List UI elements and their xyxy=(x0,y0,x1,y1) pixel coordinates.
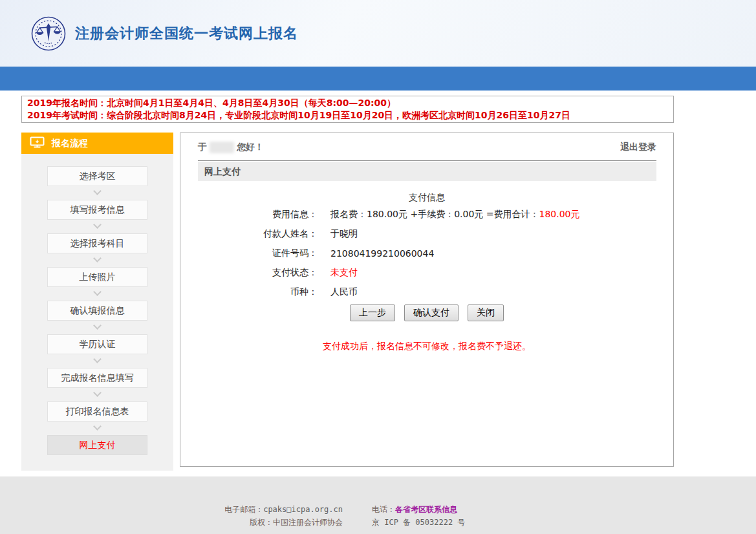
user-greeting: 于 您好！ xyxy=(198,142,264,153)
chevron-down-icon xyxy=(93,254,102,262)
payment-status-label: 支付状态： xyxy=(180,267,318,279)
no-refund-warning: 支付成功后，报名信息不可修改，报名费不予退还。 xyxy=(180,341,673,352)
previous-step-button[interactable]: 上一步 xyxy=(350,304,395,321)
sidebar-header: 报名流程 xyxy=(21,133,173,154)
page-title: 注册会计师全国统一考试网上报名 xyxy=(75,24,298,43)
greeting-prefix: 于 xyxy=(198,142,207,153)
email-value: cpaks□icpa.org.cn xyxy=(263,505,343,514)
step-arrow xyxy=(21,287,173,301)
copyright-value: 中国注册会计师协会 xyxy=(273,518,343,527)
id-number-label: 证件号码： xyxy=(180,248,318,259)
confirm-payment-button[interactable]: 确认支付 xyxy=(404,304,459,321)
masked-username xyxy=(210,142,234,153)
payer-name-value: 于晓明 xyxy=(330,228,358,240)
chevron-down-icon xyxy=(93,220,102,229)
step-arrow xyxy=(21,253,173,267)
step-upload-photo[interactable]: 上传照片 xyxy=(47,267,147,287)
divider xyxy=(198,160,656,161)
site-header: 注册会计师全国统一考试网上报名 xyxy=(0,0,756,67)
registration-time-line: 2019年报名时间：北京时间4月1日至4月4日、4月8日至4月30日（每天8:0… xyxy=(27,97,668,109)
step-arrow xyxy=(21,220,173,233)
payment-info-title: 支付信息 xyxy=(180,192,673,204)
sidebar-title: 报名流程 xyxy=(52,138,88,149)
step-select-exam-area[interactable]: 选择考区 xyxy=(47,166,147,186)
currency-value: 人民币 xyxy=(330,286,358,298)
step-fill-registration-info[interactable]: 填写报考信息 xyxy=(47,200,147,220)
steps-list: 选择考区 填写报考信息 选择报考科目 上传照片 确认填报信息 学历认证 完成报名… xyxy=(21,154,173,455)
icp-record-number: 京 ICP 备 05032222 号 xyxy=(372,517,585,528)
step-arrow xyxy=(21,422,173,435)
chevron-down-icon xyxy=(93,355,102,363)
step-complete-registration[interactable]: 完成报名信息填写 xyxy=(47,368,147,388)
step-confirm-info[interactable]: 确认填报信息 xyxy=(47,301,147,321)
currency-row: 币种： 人民币 xyxy=(180,283,673,302)
payment-status-value: 未支付 xyxy=(330,267,358,279)
close-button[interactable]: 关闭 xyxy=(468,304,504,321)
payer-name-row: 付款人姓名： 于晓明 xyxy=(180,224,673,244)
copyright-label: 版权： xyxy=(250,518,273,527)
chevron-down-icon xyxy=(93,321,102,330)
payment-details: 费用信息： 报名费：180.00元 +手续费：0.00元 =费用合计：180.0… xyxy=(180,205,673,302)
footer-copyright: 版权：中国注册会计师协会 xyxy=(181,517,343,528)
exam-area-contact-link[interactable]: 各省考区联系信息 xyxy=(395,505,457,514)
payer-name-label: 付款人姓名： xyxy=(180,228,318,240)
id-number-value: 210804199210060044 xyxy=(330,248,434,259)
fee-info-row: 费用信息： 报名费：180.00元 +手续费：0.00元 =费用合计：180.0… xyxy=(180,205,673,224)
payment-status-row: 支付状态： 未支付 xyxy=(180,263,673,283)
fee-info-value: 报名费：180.00元 +手续费：0.00元 =费用合计：180.00元 xyxy=(330,209,580,220)
payment-panel: 于 您好！ 退出登录 网上支付 支付信息 费用信息： 报名费：180.00元 +… xyxy=(180,133,674,467)
step-select-subjects[interactable]: 选择报考科目 xyxy=(47,233,147,253)
greeting-suffix: 您好！ xyxy=(237,142,264,153)
id-number-row: 证件号码： 210804199210060044 xyxy=(180,244,673,263)
step-education-certification[interactable]: 学历认证 xyxy=(47,334,147,354)
cicpa-logo xyxy=(31,16,66,51)
step-online-payment[interactable]: 网上支付 xyxy=(47,435,147,455)
footer-phone: 电话：各省考区联系信息 xyxy=(372,504,585,515)
footer-email: 电子邮箱：cpaks□icpa.org.cn xyxy=(181,504,343,515)
registration-steps-sidebar: 报名流程 选择考区 填写报考信息 选择报考科目 上传照片 确认填报信息 学历认证… xyxy=(21,133,173,471)
chevron-down-icon xyxy=(93,288,102,296)
chevron-down-icon xyxy=(93,187,102,195)
step-print-registration-form[interactable]: 打印报名信息表 xyxy=(47,401,147,422)
site-footer: 电子邮箱：cpaks□icpa.org.cn 电话：各省考区联系信息 版权：中国… xyxy=(0,476,756,534)
monitor-icon xyxy=(30,136,45,150)
step-arrow xyxy=(21,186,173,200)
email-label: 电子邮箱： xyxy=(224,505,263,514)
section-title-online-payment: 网上支付 xyxy=(198,162,656,181)
currency-label: 币种： xyxy=(180,286,318,298)
top-blue-bar xyxy=(0,67,756,91)
phone-label: 电话： xyxy=(372,505,395,514)
chevron-down-icon xyxy=(93,389,102,397)
exam-time-line: 2019年考试时间：综合阶段北京时间8月24日，专业阶段北京时间10月19日至1… xyxy=(27,109,668,122)
exam-schedule-notice: 2019年报名时间：北京时间4月1日至4月4日、4月8日至4月30日（每天8:0… xyxy=(21,96,674,123)
action-buttons: 上一步 确认支付 关闭 xyxy=(180,304,673,321)
step-arrow xyxy=(21,321,173,334)
fee-total-red: 180.00元 xyxy=(539,209,580,219)
chevron-down-icon xyxy=(93,422,102,431)
logout-link[interactable]: 退出登录 xyxy=(620,142,656,153)
step-arrow xyxy=(21,388,173,401)
step-arrow xyxy=(21,354,173,368)
greeting-bar: 于 您好！ 退出登录 xyxy=(180,133,673,160)
fee-info-label: 费用信息： xyxy=(180,209,318,220)
